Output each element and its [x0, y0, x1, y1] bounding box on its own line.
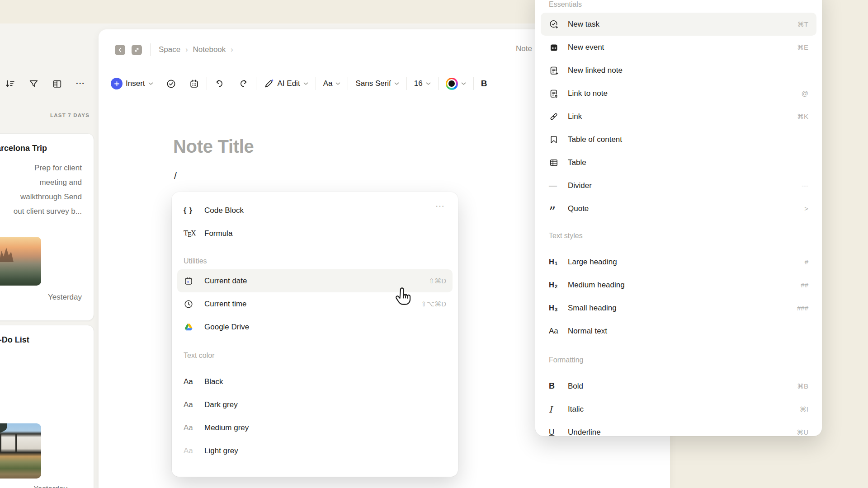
aa-light-grey-icon: Aa [184, 446, 198, 455]
menu-item-new-event[interactable]: New event ⌘E [535, 36, 822, 59]
note-card-to-do-list[interactable]: To-Do List Yesterday [0, 325, 94, 488]
shortcut-label: ⇧⌘D [429, 277, 446, 285]
h1-icon: H1 [549, 258, 564, 266]
filter-icon[interactable] [28, 78, 39, 89]
toolbar-divider [316, 77, 316, 90]
menu-section-essentials: Essentials [535, 0, 822, 13]
window-mullion [0, 434, 1, 452]
cursor-pointer [392, 286, 413, 307]
menu-item-medium-heading[interactable]: H2 Medium heading ## [535, 273, 822, 296]
font-family-select[interactable]: Sans Serif [355, 79, 399, 88]
menu-item-table-of-content[interactable]: Table of content [535, 128, 822, 151]
aa-icon: Aa [549, 327, 564, 336]
chevron-down-icon [335, 82, 340, 85]
slash-item-color-medium-grey[interactable]: Aa Medium grey [172, 416, 458, 439]
ai-pen-icon [264, 78, 274, 89]
h2-icon: H2 [549, 281, 564, 289]
chevron-down-icon [394, 82, 399, 85]
note-title-input[interactable]: Note Title [173, 136, 254, 157]
menu-item-normal-text[interactable]: Aa Normal text [535, 319, 822, 343]
toolbar-divider [473, 77, 474, 90]
aa-black-icon: Aa [184, 377, 198, 386]
menu-item-bold[interactable]: B Bold ⌘B [535, 375, 822, 398]
barcelona-photo-thumbnail [0, 237, 41, 286]
expand-icon[interactable] [132, 45, 142, 55]
shortcut-label: # [805, 258, 808, 266]
note-card-barcelona-trip[interactable]: Barcelona Trip Prep for client meeting a… [0, 133, 94, 321]
link-icon [549, 112, 564, 122]
back-button[interactable] [115, 45, 125, 55]
slash-item-color-black[interactable]: Aa Black [172, 370, 458, 393]
slash-item-code-block[interactable]: { } Code Block [172, 199, 458, 222]
underline-icon: U [549, 428, 564, 436]
app: { "colors": { "background_beige": "#f1ed… [0, 0, 868, 488]
city-silhouette [0, 248, 15, 262]
shortcut-label: ⌘T [797, 20, 808, 28]
shortcut-label: --- [802, 182, 808, 189]
slash-item-current-time[interactable]: Current time ⇧⌥⌘D [172, 292, 458, 315]
menu-item-new-linked-note[interactable]: New linked note [535, 59, 822, 82]
new-linked-note-icon [549, 66, 564, 75]
board-view-icon[interactable] [52, 78, 62, 89]
italic-icon: I [549, 404, 564, 414]
slash-item-formula[interactable]: TEX Formula [172, 222, 458, 245]
menu-item-italic[interactable]: I Italic ⌘I [535, 398, 822, 421]
editor-header: Space › Notebook › [115, 43, 238, 56]
menu-item-small-heading[interactable]: H3 Small heading ### [535, 296, 822, 319]
insert-button[interactable]: Insert [111, 78, 153, 89]
calendar-icon[interactable] [189, 79, 199, 89]
slash-item-color-dark-grey[interactable]: Aa Dark grey [172, 393, 458, 416]
new-task-icon [549, 19, 564, 29]
redo-icon[interactable] [238, 79, 249, 89]
ai-edit-button[interactable]: AI Edit [264, 78, 308, 89]
menu-item-new-task[interactable]: New task ⌘T [541, 13, 816, 36]
toolbar-divider [348, 77, 348, 90]
shortcut-label: ⌘K [797, 113, 808, 121]
card-timestamp: Yesterday [48, 293, 82, 302]
task-checkbox-icon[interactable] [166, 79, 176, 89]
window-partial-label: Note [516, 44, 532, 53]
calendar-date-icon [184, 276, 198, 286]
popup-more-icon[interactable]: ⋯ [433, 200, 448, 212]
shortcut-label: > [804, 205, 808, 212]
text-color-button[interactable] [446, 78, 466, 90]
shortcut-label: ⌘E [797, 43, 808, 52]
menu-item-quote[interactable]: ” Quote > [535, 197, 822, 220]
breadcrumb-notebook[interactable]: Notebook [193, 45, 226, 54]
card-preview: Prep for client meeting and walkthrough … [14, 161, 82, 219]
font-size-select[interactable]: 16 [414, 79, 431, 88]
editor-body[interactable]: / [174, 170, 177, 181]
insert-menu: Essentials New task ⌘T New event ⌘E New … [535, 0, 822, 436]
house-photo-thumbnail [0, 423, 41, 479]
slash-item-color-light-grey[interactable]: Aa Light grey [172, 439, 458, 462]
menu-item-link-to-note[interactable]: Link to note @ [535, 82, 822, 105]
window-mullion [15, 434, 17, 452]
menu-item-divider[interactable]: — Divider --- [535, 174, 822, 197]
more-icon[interactable]: ··· [75, 78, 86, 89]
h3-icon: H3 [549, 304, 564, 312]
undo-icon[interactable] [214, 79, 225, 89]
shortcut-label: ### [797, 304, 808, 312]
slash-section-utilities: Utilities [172, 253, 458, 269]
shortcut-label: ## [801, 281, 808, 289]
toolbar-divider [406, 77, 407, 90]
sort-icon[interactable] [5, 78, 15, 89]
menu-item-link[interactable]: Link ⌘K [535, 105, 822, 128]
menu-item-underline-partial[interactable]: U Underline ⌘U [535, 421, 822, 436]
menu-item-large-heading[interactable]: H1 Large heading # [535, 250, 822, 273]
slash-item-google-drive[interactable]: Google Drive [172, 315, 458, 338]
bold-button[interactable]: B [481, 79, 487, 89]
menu-item-table[interactable]: Table [535, 151, 822, 174]
chevron-down-icon [148, 82, 153, 85]
breadcrumb-space[interactable]: Space [159, 45, 180, 54]
sidebar-section-label: LAST 7 DAYS [0, 113, 90, 118]
text-style-button[interactable]: Aa [323, 79, 341, 88]
shortcut-label: ⌘B [797, 382, 808, 390]
slash-section-text-color: Text color [172, 347, 458, 364]
breadcrumb-separator: › [185, 46, 188, 54]
color-wheel-icon [446, 78, 458, 90]
new-event-icon [549, 42, 564, 52]
braces-icon: { } [184, 206, 198, 215]
toolbar-divider [256, 77, 256, 90]
menu-section-text-styles: Text styles [535, 228, 822, 244]
